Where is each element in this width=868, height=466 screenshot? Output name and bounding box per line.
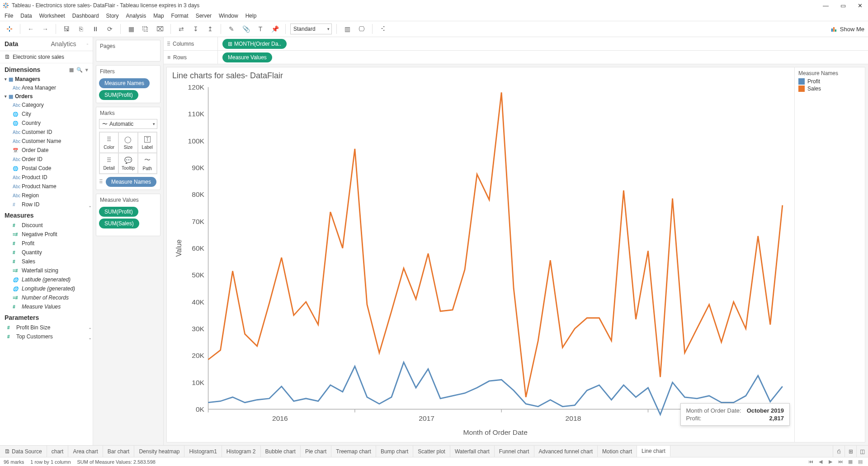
maximize-button[interactable]: ▭ — [840, 2, 846, 9]
tab-pie-chart[interactable]: Pie chart — [301, 446, 331, 457]
pill-mv-profit[interactable]: SUM(Profit) — [99, 207, 138, 217]
duplicate-icon[interactable]: ⿻ — [140, 23, 151, 35]
field-negative-profit[interactable]: =#Negative Profit — [0, 230, 93, 239]
menu-worksheet[interactable]: Worksheet — [39, 13, 65, 19]
field-longitude[interactable]: 🌐Longitude (generated) — [0, 284, 93, 293]
menu-help[interactable]: Help — [245, 13, 257, 19]
view-filmstrip-icon[interactable]: ▤ — [856, 459, 864, 465]
field-quantity[interactable]: #Quantity — [0, 248, 93, 257]
columns-shelf[interactable]: ⦙⦙⦙Columns ⊞MONTH(Order Da.. — [164, 37, 868, 51]
field-postal-code[interactable]: 🌐Postal Code — [0, 164, 93, 173]
field-waterfall[interactable]: =#Waterfall sizing — [0, 266, 93, 275]
field-profit[interactable]: #Profit — [0, 239, 93, 248]
new-story-button[interactable]: ◫ — [856, 446, 868, 457]
show-me-button[interactable]: Show Me — [831, 26, 864, 33]
view-icon[interactable]: ▦ — [69, 67, 74, 73]
pill-measure-values-row[interactable]: Measure Values — [222, 52, 272, 62]
scroll-up-icon[interactable]: ⌃ — [87, 326, 93, 333]
field-country[interactable]: 🌐Country — [0, 119, 93, 128]
tab-funnel-chart[interactable]: Funnel chart — [495, 446, 534, 457]
param-top-customers[interactable]: #Top Customers — [0, 332, 93, 341]
scroll-down-icon[interactable]: ⌄ — [87, 202, 93, 209]
new-worksheet-icon[interactable]: ▦ — [125, 23, 137, 35]
sort-asc-icon[interactable]: ↧ — [190, 23, 202, 35]
tab-bump-chart[interactable]: Bump chart — [376, 446, 413, 457]
nav-next-icon[interactable]: ▶ — [826, 459, 835, 465]
tab-histogram2[interactable]: Histogram 2 — [222, 446, 261, 457]
field-sales[interactable]: #Sales — [0, 257, 93, 266]
menu-format[interactable]: Format — [171, 13, 189, 19]
menu-icon[interactable]: ▾ — [85, 67, 88, 73]
text-icon[interactable]: T — [255, 23, 266, 35]
menu-server[interactable]: Server — [196, 13, 212, 19]
mark-type-select[interactable]: 〜Automatic — [99, 119, 157, 129]
tab-bubble-chart[interactable]: Bubble chart — [261, 446, 301, 457]
menu-file[interactable]: File — [5, 13, 13, 19]
nav-first-icon[interactable]: ⏮ — [807, 459, 815, 465]
presentation-icon[interactable]: 🖵 — [356, 23, 368, 35]
mark-color[interactable]: ⠿Color — [99, 132, 118, 153]
pin-icon[interactable]: 📌 — [269, 23, 281, 35]
nav-last-icon[interactable]: ⏭ — [836, 459, 844, 465]
tab-line-chart[interactable]: Line chart — [637, 446, 670, 457]
forward-icon[interactable]: → — [39, 23, 51, 35]
measure-values-shelf[interactable]: Measure Values SUM(Profit) SUM(Sales) — [96, 194, 160, 236]
group-managers[interactable]: ▾▦Managers — [0, 75, 93, 83]
line-chart[interactable]: 0K10K20K30K40K50K60K70K80K90K100K110K120… — [172, 83, 789, 438]
menu-analysis[interactable]: Analysis — [126, 13, 146, 19]
tab-treemap-chart[interactable]: Treemap chart — [331, 446, 376, 457]
rows-shelf[interactable]: ≡Rows Measure Values — [164, 51, 868, 64]
clear-icon[interactable]: ⌧ — [154, 23, 166, 35]
scroll-down-icon[interactable]: ⌄ — [87, 334, 93, 341]
pages-shelf[interactable]: Pages — [96, 40, 160, 62]
group-icon[interactable]: 📎 — [240, 23, 252, 35]
pill-measure-names[interactable]: Measure Names — [99, 78, 150, 88]
param-bin-size[interactable]: #Profit Bin Size — [0, 323, 93, 332]
tab-density-heatmap[interactable]: Density heatmap — [134, 446, 184, 457]
highlight-icon[interactable]: ✎ — [226, 23, 237, 35]
chart-mode-icon[interactable]: ▥ — [341, 23, 353, 35]
tab-chart[interactable]: chart — [47, 446, 69, 457]
field-order-date[interactable]: 📅Order Date — [0, 146, 93, 155]
field-row-id[interactable]: #Row ID — [0, 200, 93, 209]
menu-map[interactable]: Map — [153, 13, 164, 19]
swap-icon[interactable]: ⇄ — [175, 23, 187, 35]
sort-desc-icon[interactable]: ↥ — [204, 23, 216, 35]
pill-color-measure-names[interactable]: Measure Names — [106, 177, 156, 187]
tab-scatter-plot[interactable]: Scatter plot — [413, 446, 450, 457]
tab-analytics[interactable]: Analytics▫ — [47, 37, 93, 51]
pill-sum-profit[interactable]: SUM(Profit) — [99, 90, 138, 100]
pill-month-orderdate[interactable]: ⊞MONTH(Order Da.. — [222, 39, 287, 49]
tab-adv-funnel-chart[interactable]: Advanced funnel chart — [534, 446, 598, 457]
minimize-button[interactable]: — — [823, 2, 829, 9]
share-icon[interactable]: ⠪ — [377, 23, 389, 35]
field-product-name[interactable]: AbcProduct Name — [0, 182, 93, 191]
nav-prev-icon[interactable]: ◀ — [816, 459, 825, 465]
menu-window[interactable]: Window — [219, 13, 238, 19]
new-worksheet-button[interactable]: ⎙ — [833, 446, 844, 457]
menu-story[interactable]: Story — [106, 13, 119, 19]
field-discount[interactable]: #Discount — [0, 221, 93, 230]
datasource-row[interactable]: 🖺 Electronic store sales — [0, 51, 93, 63]
field-product-id[interactable]: AbcProduct ID — [0, 173, 93, 182]
field-numrecords[interactable]: =#Number of Records — [0, 293, 93, 302]
field-region[interactable]: AbcRegion — [0, 191, 93, 200]
tab-data-source[interactable]: 🖺Data Source — [0, 446, 47, 457]
back-icon[interactable]: ← — [25, 23, 37, 35]
menu-data[interactable]: Data — [20, 13, 32, 19]
legend-item-profit[interactable]: Profit — [798, 78, 861, 85]
tab-bar-chart[interactable]: Bar chart — [103, 446, 135, 457]
new-dashboard-button[interactable]: ⊞ — [844, 446, 856, 457]
view-tabs-icon[interactable]: ▦ — [846, 459, 854, 465]
legend-item-sales[interactable]: Sales — [798, 86, 861, 92]
mark-tooltip[interactable]: 💬Tooltip — [118, 153, 137, 174]
tab-histogram1[interactable]: Histogram1 — [184, 446, 222, 457]
tab-motion-chart[interactable]: Motion chart — [598, 446, 637, 457]
filters-shelf[interactable]: Filters Measure Names SUM(Profit) — [96, 65, 160, 103]
fit-select[interactable]: Standard — [290, 24, 332, 34]
menu-dashboard[interactable]: Dashboard — [72, 13, 99, 19]
search-icon[interactable]: 🔍 — [76, 67, 83, 73]
field-measure-values[interactable]: #Measure Values — [0, 302, 93, 311]
group-orders[interactable]: ▾▦Orders — [0, 92, 93, 100]
close-button[interactable]: ✕ — [858, 2, 863, 9]
